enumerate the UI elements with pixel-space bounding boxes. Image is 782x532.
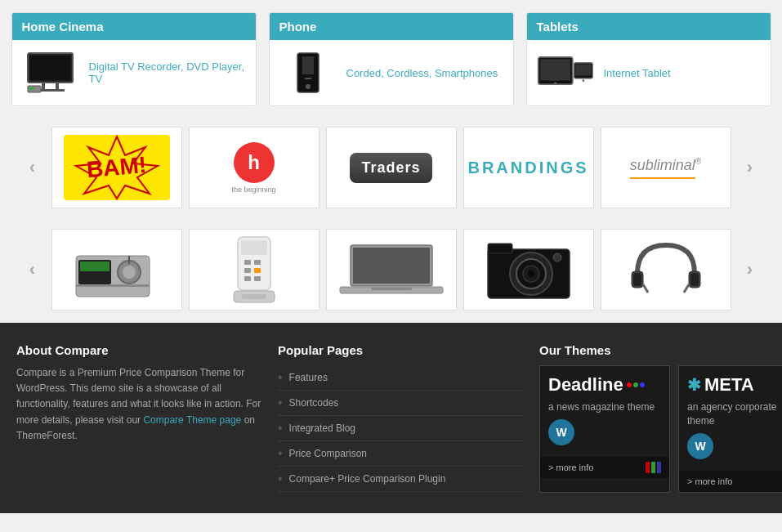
theme-meta-name: ✱ META — [687, 374, 782, 396]
category-body-tablets: Internet Tablet — [527, 40, 771, 105]
theme-deadline-wp: W — [548, 419, 661, 445]
theme-deadline-name: Deadline — [548, 374, 661, 396]
home-cinema-icon — [22, 51, 79, 96]
svg-rect-24 — [76, 284, 150, 287]
svg-rect-8 — [302, 56, 314, 74]
category-card-phone: Phone Corded, Cordless, Smartphones — [269, 12, 514, 106]
theme-meta-more-info: > more info — [679, 471, 782, 492]
category-links-phone: Corded, Cordless, Smartphones — [346, 67, 498, 79]
bar-green — [651, 462, 655, 473]
theme-deadline-body: Deadline a news magazine theme W — [540, 366, 669, 457]
list-item: Shortcodes — [278, 391, 523, 416]
popular-link-integrated-blog[interactable]: Integrated Blog — [289, 422, 355, 434]
brandings-logo: BRANDINGS — [467, 159, 588, 177]
popular-link-features[interactable]: Features — [289, 372, 328, 383]
deadline-bars — [646, 462, 661, 473]
theme-card-meta: ✱ META an agency corporate theme W > mor… — [678, 365, 782, 493]
category-body-phone: Corded, Cordless, Smartphones — [270, 40, 513, 105]
bar-red — [646, 462, 650, 473]
dot-red — [627, 382, 632, 387]
carousel-products-row: ‹ — [0, 225, 782, 315]
footer-themes: Our Themes Deadline a news magazine them… — [539, 343, 782, 493]
theme-meta-wp: W — [687, 433, 782, 459]
svg-rect-6 — [29, 87, 34, 90]
carousel-products-next[interactable]: › — [738, 237, 762, 302]
list-item: Compare+ Price Comparison Plugin — [278, 467, 523, 492]
carousel-item-laptop[interactable] — [326, 229, 457, 311]
theme-meta-body: ✱ META an agency corporate theme W — [679, 366, 782, 471]
svg-line-50 — [643, 284, 648, 293]
home-cinema-link[interactable]: Digital TV Recorder, DVD Player, TV — [89, 60, 245, 85]
carousel-logos-section: ‹ BAM! h — [0, 118, 782, 221]
category-card-tablets: Tablets Internet Tablet — [526, 12, 771, 106]
footer-popular-list: Features Shortcodes Integrated Blog Pric… — [278, 365, 523, 492]
svg-rect-36 — [353, 248, 430, 284]
carousel-item-headphones[interactable] — [601, 229, 731, 311]
popular-link-shortcodes[interactable]: Shortcodes — [289, 397, 339, 409]
svg-line-51 — [684, 284, 689, 293]
carousel-logos-items: BAM! h the beginning Traders — [51, 127, 731, 208]
svg-rect-30 — [254, 268, 261, 273]
list-item: Features — [278, 365, 523, 391]
theme-meta-subtitle: an agency corporate theme — [687, 400, 782, 428]
popular-link-plugin[interactable]: Compare+ Price Comparison Plugin — [289, 473, 446, 485]
carousel-products-items — [51, 229, 731, 311]
svg-rect-31 — [244, 276, 251, 281]
carousel-item-camera[interactable] — [463, 229, 594, 311]
tablets-link[interactable]: Internet Tablet — [604, 67, 671, 79]
svg-rect-49 — [690, 273, 699, 286]
svg-point-44 — [528, 270, 534, 277]
carousel-item-h-beginning[interactable]: h the beginning — [189, 127, 320, 208]
svg-rect-1 — [30, 56, 70, 80]
carousel-item-bam[interactable]: BAM! — [51, 127, 182, 208]
theme-card-deadline: Deadline a news magazine theme W > more … — [539, 365, 670, 493]
svg-rect-12 — [540, 59, 570, 80]
theme-deadline-more-info: > more info — [540, 457, 669, 478]
carousel-item-cordless-phone[interactable] — [189, 229, 320, 311]
category-links-home-cinema: Digital TV Recorder, DVD Player, TV — [89, 60, 246, 85]
carousel-item-brandings[interactable]: BRANDINGS — [463, 127, 594, 208]
traders-logo: Traders — [350, 153, 431, 183]
headphones-icon — [625, 237, 707, 302]
svg-rect-15 — [575, 65, 591, 76]
svg-point-45 — [553, 253, 561, 262]
svg-rect-27 — [244, 260, 251, 265]
category-header-home-cinema: Home Cinema — [12, 13, 256, 40]
meta-star-icon: ✱ — [687, 375, 701, 395]
popular-link-price-comparison[interactable]: Price Comparison — [289, 448, 367, 459]
themes-cards: Deadline a news magazine theme W > more … — [539, 365, 782, 493]
carousel-logos-prev[interactable]: ‹ — [20, 135, 45, 200]
footer-about-title: About Compare — [16, 343, 261, 357]
footer-about: About Compare Compare is a Premium Price… — [16, 343, 261, 493]
carousel-logos-row: ‹ BAM! h — [0, 123, 782, 212]
h-logo-icon: h — [234, 142, 275, 183]
camera-icon — [484, 237, 574, 302]
meta-more-info-link[interactable]: > more info — [687, 476, 732, 486]
laptop-icon — [338, 241, 445, 298]
footer: About Compare Compare is a Premium Price… — [0, 323, 782, 513]
list-item: Integrated Blog — [278, 416, 523, 441]
category-header-tablets: Tablets — [527, 13, 771, 40]
tablets-icon — [537, 51, 594, 96]
carousel-logos-next[interactable]: › — [738, 135, 762, 200]
svg-rect-29 — [244, 268, 251, 273]
carousel-products-prev[interactable]: ‹ — [20, 237, 45, 302]
svg-rect-47 — [633, 273, 641, 286]
phone-link[interactable]: Corded, Cordless, Smartphones — [346, 67, 498, 79]
carousel-item-traders[interactable]: Traders — [326, 127, 457, 208]
carousel-item-radio[interactable] — [51, 229, 182, 311]
svg-rect-34 — [242, 294, 266, 299]
svg-rect-28 — [254, 260, 261, 265]
svg-rect-20 — [80, 262, 109, 271]
svg-rect-2 — [42, 83, 45, 89]
svg-rect-38 — [371, 288, 412, 290]
svg-rect-40 — [488, 244, 512, 253]
subliminal-logo: subliminal® — [630, 157, 701, 174]
dot-blue — [640, 382, 645, 387]
category-links-tablets: Internet Tablet — [604, 67, 671, 79]
category-body-home-cinema: Digital TV Recorder, DVD Player, TV — [12, 40, 256, 105]
compare-theme-link[interactable]: Compare Theme page — [143, 414, 241, 426]
carousel-item-subliminal[interactable]: subliminal® — [601, 127, 731, 208]
deadline-more-info-link[interactable]: > more info — [548, 463, 593, 472]
wordpress-logo-deadline: W — [548, 419, 574, 445]
